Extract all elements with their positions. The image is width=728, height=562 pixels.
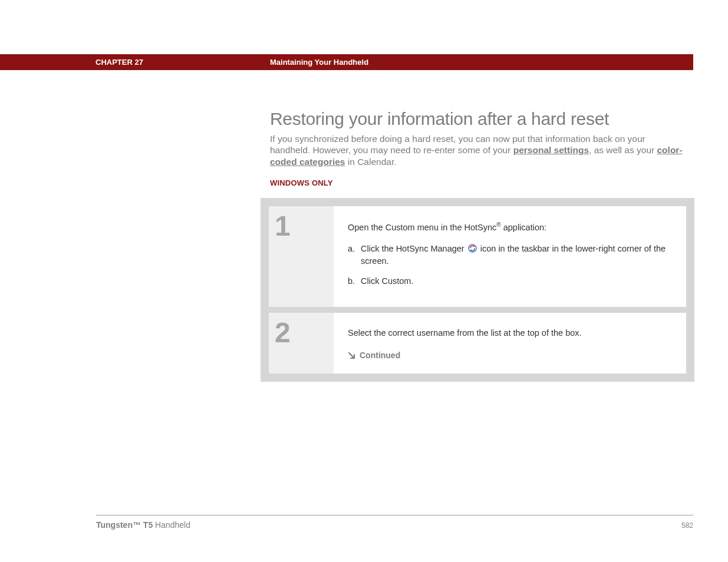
step-open-suffix: application:	[501, 223, 546, 232]
footer-product: Tungsten™ T5 Handheld	[96, 520, 190, 530]
header-band: CHAPTER 27 Maintaining Your Handheld	[0, 54, 693, 70]
registered-mark: ®	[496, 222, 500, 228]
continued-label: Continued	[360, 349, 400, 362]
footer-divider	[96, 515, 693, 515]
chapter-label: CHAPTER 27	[95, 58, 143, 67]
step-row: 1 Open the Custom menu in the HotSync® a…	[269, 206, 686, 307]
continued-arrow-icon	[348, 351, 356, 359]
sub-list: a. Click the HotSync Manager	[348, 243, 672, 288]
step-number: 1	[275, 212, 291, 240]
hotsync-icon	[468, 244, 477, 253]
page-heading: Restoring your information after a hard …	[270, 109, 609, 129]
step-number-cell: 1	[269, 206, 334, 307]
list-item: b. Click Custom.	[348, 275, 672, 288]
step-open-line: Open the Custom menu in the HotSync® app…	[348, 220, 672, 234]
step-open-prefix: Open the Custom menu in the HotSync	[348, 223, 496, 232]
steps-container: 1 Open the Custom menu in the HotSync® a…	[261, 198, 694, 382]
chapter-title: Maintaining Your Handheld	[270, 58, 368, 67]
step-row: 2 Select the correct username from the l…	[269, 313, 686, 373]
sub-text: Click Custom.	[361, 275, 672, 288]
step-text: Select the correct username from the lis…	[348, 327, 672, 340]
personal-settings-link[interactable]: personal settings	[513, 145, 589, 155]
step-number-cell: 2	[269, 313, 334, 373]
footer-product-rest: Handheld	[153, 520, 190, 530]
list-item: a. Click the HotSync Manager	[348, 243, 672, 269]
intro-text-3: in Calendar.	[345, 157, 397, 167]
step-number: 2	[275, 319, 291, 347]
platform-label: WINDOWS ONLY	[270, 178, 333, 187]
step-body: Open the Custom menu in the HotSync® app…	[334, 206, 686, 307]
sub-letter: a.	[348, 243, 361, 269]
sub-text-before: Click the HotSync Manager	[361, 244, 467, 253]
step-body: Select the correct username from the lis…	[334, 313, 686, 373]
intro-paragraph: If you synchronized before doing a hard …	[270, 133, 683, 167]
sub-text: Click the HotSync Manager icon in the ta…	[361, 243, 672, 269]
continued-row: Continued	[348, 349, 672, 362]
footer-page-number: 582	[681, 521, 693, 530]
footer-product-bold: Tungsten™ T5	[96, 520, 153, 530]
sub-letter: b.	[348, 275, 361, 288]
intro-text-2: , as well as your	[589, 145, 657, 155]
